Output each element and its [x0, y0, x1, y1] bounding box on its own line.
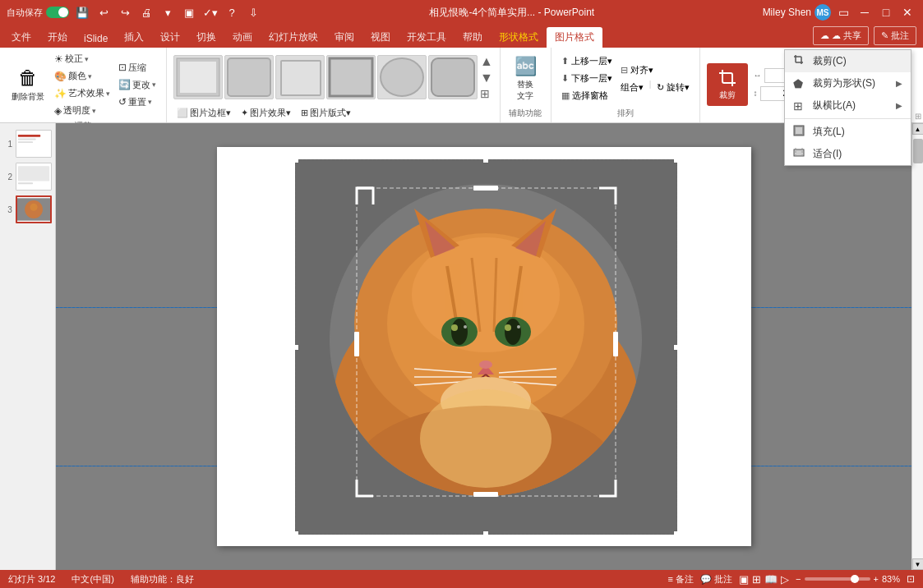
notes-button[interactable]: ≡ 备注	[668, 573, 694, 586]
slide-preview-1[interactable]	[16, 130, 52, 158]
ribbon-expand-area: ⊞	[915, 48, 923, 122]
image-container[interactable]	[295, 159, 677, 535]
color-button[interactable]: 🎨 颜色 ▾	[51, 68, 113, 84]
svg-rect-7	[432, 58, 474, 96]
move-down-button[interactable]: ⬇ 下移一层▾	[558, 71, 616, 86]
move-up-button[interactable]: ⬆ 上移一层▾	[558, 53, 616, 69]
slide-num-2: 2	[3, 172, 12, 181]
select-pane-button[interactable]: ▦ 选择窗格	[558, 88, 616, 103]
close-button[interactable]: ✕	[898, 3, 916, 21]
tab-insert[interactable]: 插入	[116, 27, 152, 48]
tab-view[interactable]: 视图	[362, 27, 399, 48]
zoom-slider[interactable]	[805, 577, 870, 581]
print-button[interactable]: 🖨	[138, 4, 155, 21]
ribbon-expand-button[interactable]: ⊞	[915, 112, 921, 121]
scroll-down-button[interactable]: ▼	[912, 558, 924, 570]
replace-text-button[interactable]: 🔤 替换文字	[507, 53, 544, 105]
styles-scroll-up[interactable]: ▲	[480, 54, 493, 69]
more-button[interactable]: ▾	[159, 4, 176, 21]
delete-background-button[interactable]: 🗑 删除背景	[7, 63, 49, 106]
tab-dev[interactable]: 开发工具	[399, 27, 455, 48]
svg-rect-16	[18, 141, 33, 143]
tab-file[interactable]: 文件	[3, 27, 39, 48]
autosave-toggle[interactable]	[46, 7, 69, 18]
transparency-button[interactable]: ◈ 透明度 ▾	[51, 103, 113, 118]
scroll-up-button[interactable]: ▲	[912, 123, 924, 135]
slide-preview-2[interactable]	[16, 163, 52, 191]
share2-button[interactable]: ⇩	[245, 4, 261, 21]
calibrate-button[interactable]: ☀ 校正 ▾	[51, 51, 113, 67]
replace-icon: 🔤	[515, 56, 537, 77]
pic-style-2[interactable]	[224, 55, 274, 99]
compress-button[interactable]: ⊡ 压缩	[115, 60, 159, 76]
slide-canvas	[217, 147, 751, 546]
zoom-in-button[interactable]: +	[874, 574, 879, 584]
slideshow-view-button[interactable]: ▷	[781, 573, 789, 586]
align-button[interactable]: ⊟ 对齐▾	[617, 62, 694, 78]
check-button[interactable]: ✓▾	[202, 4, 219, 21]
fill-item[interactable]: 填充(L)	[785, 121, 911, 143]
svg-point-6	[381, 58, 423, 96]
slide-thumb-1[interactable]: 1	[3, 130, 52, 158]
aspect-ratio-item[interactable]: ⊞ 纵横比(A) ▶	[785, 94, 911, 117]
presentation-button[interactable]: ▣	[181, 4, 197, 21]
maximize-button[interactable]: □	[877, 3, 895, 21]
fit-button[interactable]: ⊡	[907, 573, 915, 585]
slide-preview-3[interactable]	[16, 195, 52, 223]
avatar[interactable]: MS	[815, 4, 831, 21]
pic-style-3[interactable]	[275, 55, 325, 99]
tab-review[interactable]: 审阅	[326, 27, 362, 48]
redo-button[interactable]: ↪	[117, 4, 133, 21]
group-button[interactable]: 组合▾	[617, 80, 647, 95]
tab-picture-format[interactable]: 图片格式	[547, 27, 602, 48]
comment-button[interactable]: ✎批注	[874, 26, 916, 45]
zoom-out-button[interactable]: −	[796, 574, 801, 584]
ribbon-collapse-button[interactable]: ▭	[834, 3, 852, 21]
normal-view-button[interactable]: ▣	[739, 573, 749, 586]
crop-menu-item[interactable]: 裁剪(C)	[785, 50, 911, 72]
save-button[interactable]: 💾	[74, 4, 90, 21]
fit-item[interactable]: 适合(I)	[785, 143, 911, 165]
picture-effect-button[interactable]: ✦ 图片效果▾	[238, 105, 294, 121]
svg-point-36	[451, 319, 468, 345]
help-icon-button[interactable]: ?	[224, 4, 240, 21]
rotate-button[interactable]: ↻ 旋转▾	[653, 80, 693, 95]
tab-design[interactable]: 设计	[152, 27, 188, 48]
reset-icon: ↺	[118, 96, 127, 108]
scroll-thumb[interactable]	[913, 139, 923, 163]
tab-slideshow[interactable]: 幻灯片放映	[261, 27, 326, 48]
svg-point-38	[451, 324, 458, 331]
reset-button[interactable]: ↺ 重置 ▾	[115, 94, 159, 110]
comments-button[interactable]: 💬 批注	[700, 573, 732, 586]
styles-scroll-down[interactable]: ▼	[480, 71, 493, 85]
layout-icon: ⊞	[301, 108, 308, 118]
tab-help[interactable]: 帮助	[455, 27, 491, 48]
svg-rect-59	[473, 492, 498, 497]
reading-view-button[interactable]: 📖	[764, 573, 778, 586]
share-button[interactable]: ☁☁ 共享	[813, 26, 869, 45]
tab-home[interactable]: 开始	[39, 27, 76, 48]
undo-button[interactable]: ↩	[95, 4, 112, 21]
tab-transition[interactable]: 切换	[188, 27, 224, 48]
picture-layout-button[interactable]: ⊞ 图片版式▾	[298, 105, 354, 121]
crop-button[interactable]: 裁剪	[707, 63, 748, 106]
minimize-button[interactable]: ─	[856, 3, 874, 21]
styles-expand[interactable]: ⊞	[480, 87, 493, 100]
pic-style-4[interactable]	[326, 55, 376, 99]
picture-border-button[interactable]: ⬜ 图片边框▾	[173, 105, 234, 121]
slide-sorter-button[interactable]: ⊞	[752, 573, 761, 586]
crop-to-shape-item[interactable]: ⬟ 裁剪为形状(S) ▶	[785, 72, 911, 94]
zoom-level[interactable]: 83%	[882, 574, 900, 584]
pic-style-5[interactable]	[377, 55, 427, 99]
pic-style-6[interactable]	[428, 55, 478, 99]
art-effect-button[interactable]: ✨ 艺术效果 ▾	[51, 85, 113, 101]
fill-icon	[793, 125, 806, 139]
tab-shape-format[interactable]: 形状格式	[491, 27, 547, 48]
slide-thumb-2[interactable]: 2	[3, 163, 52, 191]
zoom-thumb[interactable]	[851, 575, 859, 583]
change-button[interactable]: 🔄 更改 ▾	[115, 77, 159, 93]
tab-islide[interactable]: iSlide	[76, 30, 116, 48]
tab-animation[interactable]: 动画	[224, 27, 261, 48]
slide-thumb-3[interactable]: 3	[3, 195, 52, 223]
pic-style-1[interactable]	[173, 55, 223, 99]
